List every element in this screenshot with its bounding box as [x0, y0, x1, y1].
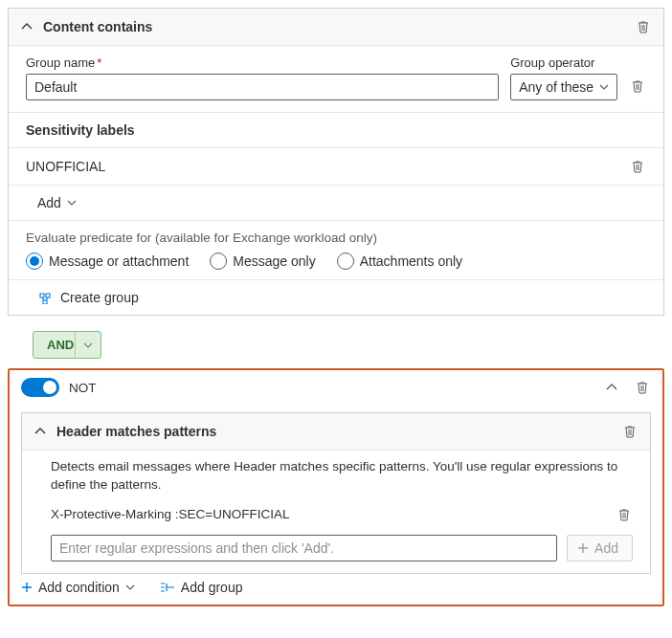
delete-icon[interactable]	[635, 18, 652, 35]
content-contains-title: Content contains	[43, 19, 635, 34]
header-matches-description: Detects email messages where Header matc…	[22, 451, 650, 502]
content-contains-card: Content contains Group name* Group opera…	[8, 8, 664, 316]
chevron-down-icon	[125, 583, 135, 592]
radio-message-or-attachment[interactable]: Message or attachment	[26, 253, 189, 270]
header-matches-card: Header matches patterns Detects email me…	[21, 412, 651, 574]
sensitivity-label-item: UNOFFICIAL	[9, 148, 663, 186]
not-label: NOT	[69, 381, 594, 395]
add-pattern-button[interactable]: Add	[567, 535, 633, 561]
sensitivity-label-text: UNOFFICIAL	[26, 159, 629, 174]
delete-group-icon[interactable]	[629, 77, 646, 95]
radio-dot-icon	[26, 253, 43, 270]
group-operator-select[interactable]: Any of these	[510, 74, 617, 100]
header-matches-header[interactable]: Header matches patterns	[22, 413, 650, 451]
create-group-button[interactable]: Create group	[9, 280, 663, 315]
add-pattern-row: Add	[22, 527, 650, 573]
group-name-input[interactable]	[26, 74, 499, 100]
operator-value: AND	[47, 338, 74, 352]
pattern-item: X-Protective-Marking :SEC=UNOFFICIAL	[22, 502, 650, 527]
radio-label: Message only	[233, 253, 315, 269]
not-condition-panel: NOT Header matches patterns Detects emai…	[8, 368, 664, 606]
logical-operator-select[interactable]: AND	[33, 331, 101, 359]
chevron-down-icon	[83, 341, 93, 350]
evaluate-hint: Evaluate predicate for (available for Ex…	[26, 231, 646, 245]
radio-message-only[interactable]: Message only	[210, 253, 315, 270]
toggle-knob	[43, 381, 56, 394]
group-name-label: Group name*	[26, 55, 499, 70]
add-condition-label: Add condition	[38, 580, 120, 595]
radio-attachments-only[interactable]: Attachments only	[337, 253, 462, 270]
sensitivity-labels-heading: Sensitivity labels	[9, 112, 663, 148]
radio-dot-icon	[337, 253, 354, 270]
header-matches-title: Header matches patterns	[56, 424, 621, 439]
radio-label: Attachments only	[360, 253, 462, 269]
pattern-text: X-Protective-Marking :SEC=UNOFFICIAL	[51, 507, 606, 521]
not-header: NOT	[10, 370, 662, 405]
add-label-button[interactable]: Add	[9, 186, 663, 221]
add-button-label: Add	[594, 540, 618, 556]
not-toggle[interactable]	[21, 378, 59, 397]
create-group-label: Create group	[60, 290, 139, 305]
group-operator-value: Any of these	[519, 79, 594, 95]
required-asterisk: *	[97, 55, 101, 70]
plus-icon	[21, 582, 33, 593]
delete-label-icon[interactable]	[629, 158, 646, 175]
add-group-label: Add group	[181, 580, 243, 595]
chevron-up-icon	[20, 20, 34, 33]
add-label-text: Add	[37, 195, 61, 210]
add-group-button[interactable]: Add group	[160, 580, 243, 595]
delete-pattern-icon[interactable]	[616, 506, 633, 523]
group-operator-label: Group operator	[510, 55, 617, 70]
add-condition-button[interactable]: Add condition	[21, 580, 135, 595]
create-group-icon	[37, 291, 53, 304]
separator	[75, 332, 76, 358]
delete-icon[interactable]	[621, 423, 638, 440]
footer-actions: Add condition Add group	[10, 574, 662, 595]
chevron-up-icon[interactable]	[603, 379, 620, 396]
radio-dot-icon	[210, 253, 227, 270]
plus-icon	[577, 542, 589, 554]
delete-not-icon[interactable]	[634, 379, 651, 396]
radio-label: Message or attachment	[49, 253, 189, 269]
evaluate-radio-group: Message or attachment Message only Attac…	[26, 253, 646, 270]
chevron-up-icon	[34, 425, 47, 438]
group-body: Group name* Group operator Any of these	[9, 46, 663, 112]
content-contains-header[interactable]: Content contains	[9, 9, 663, 46]
chevron-down-icon	[67, 198, 77, 208]
group-icon	[160, 582, 175, 593]
evaluate-block: Evaluate predicate for (available for Ex…	[9, 221, 663, 280]
pattern-input[interactable]	[51, 535, 557, 561]
